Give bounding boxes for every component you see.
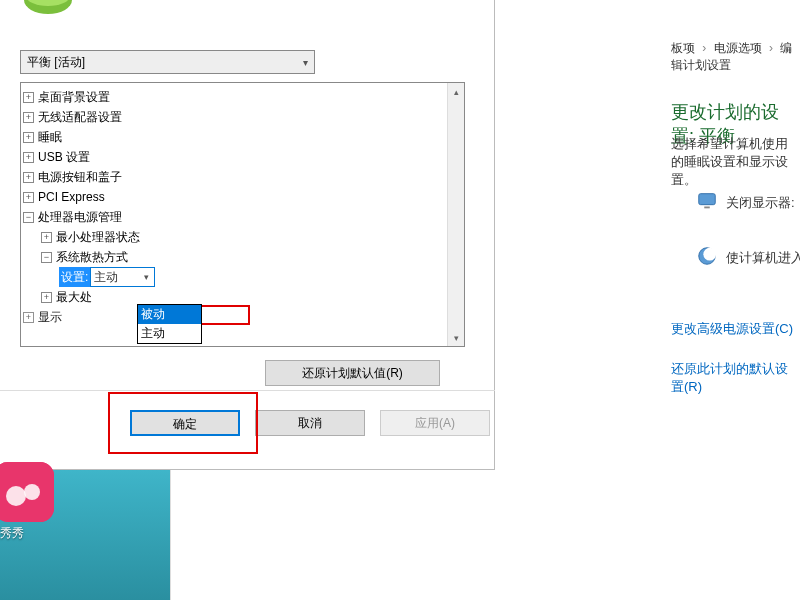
moon-icon bbox=[696, 245, 718, 271]
app-label: 秀秀 bbox=[0, 525, 24, 542]
setting-label: 设置: bbox=[59, 267, 90, 287]
collapse-icon[interactable]: − bbox=[41, 252, 52, 263]
dropdown-option-active[interactable]: 主动 bbox=[138, 324, 201, 343]
sleep-label: 使计算机进入睡眠状态: bbox=[726, 249, 800, 267]
tree-item-usb[interactable]: + USB 设置 bbox=[23, 147, 462, 167]
chevron-down-icon: ▾ bbox=[138, 267, 154, 287]
scrollbar[interactable]: ▴ ▾ bbox=[447, 83, 464, 346]
advanced-power-settings-link[interactable]: 更改高级电源设置(C) bbox=[671, 320, 793, 338]
power-plan-select[interactable]: 平衡 [活动] ▾ bbox=[20, 50, 315, 74]
restore-plan-defaults-link[interactable]: 还原此计划的默认设置(R) bbox=[671, 360, 800, 396]
svg-rect-1 bbox=[704, 207, 710, 209]
svg-point-8 bbox=[24, 484, 40, 500]
cancel-button[interactable]: 取消 bbox=[255, 410, 365, 436]
expand-icon[interactable]: + bbox=[23, 92, 34, 103]
divider bbox=[0, 390, 495, 391]
collapse-icon[interactable]: − bbox=[23, 212, 34, 223]
expand-icon[interactable]: + bbox=[23, 312, 34, 323]
display-off-setting-row: 关闭显示器: bbox=[696, 190, 800, 216]
apply-button: 应用(A) bbox=[380, 410, 490, 436]
breadcrumb-item[interactable]: 板项 bbox=[671, 41, 695, 55]
tree-item-cooling-setting[interactable]: 设置: 主动 ▾ bbox=[23, 267, 462, 287]
chevron-down-icon: ▾ bbox=[303, 57, 308, 68]
tree-item-max-processor-state[interactable]: + 最大处 bbox=[23, 287, 462, 307]
settings-tree: + 桌面背景设置 + 无线适配器设置 + 睡眠 + USB 设置 + 电源按钮和… bbox=[20, 82, 465, 347]
tree-item-wireless[interactable]: + 无线适配器设置 bbox=[23, 107, 462, 127]
svg-point-3 bbox=[703, 248, 716, 261]
cooling-policy-combo[interactable]: 主动 ▾ bbox=[90, 267, 155, 287]
breadcrumb-item[interactable]: 电源选项 bbox=[714, 41, 762, 55]
dropdown-option-passive[interactable]: 被动 bbox=[138, 305, 201, 324]
power-plan-select-value: 平衡 [活动] bbox=[27, 54, 85, 71]
scroll-down-icon[interactable]: ▾ bbox=[448, 329, 465, 346]
expand-icon[interactable]: + bbox=[23, 172, 34, 183]
page-subtitle: 选择希望计算机使用的睡眠设置和显示设置。 bbox=[671, 135, 800, 189]
tree-item-power-buttons[interactable]: + 电源按钮和盖子 bbox=[23, 167, 462, 187]
tree-item-sleep[interactable]: + 睡眠 bbox=[23, 127, 462, 147]
expand-icon[interactable]: + bbox=[23, 112, 34, 123]
battery-icon bbox=[20, 0, 75, 20]
tree-item-processor-power[interactable]: − 处理器电源管理 bbox=[23, 207, 462, 227]
expand-icon[interactable]: + bbox=[23, 152, 34, 163]
monitor-icon bbox=[696, 190, 718, 216]
tree-item-cooling-policy[interactable]: − 系统散热方式 bbox=[23, 247, 462, 267]
expand-icon[interactable]: + bbox=[23, 132, 34, 143]
breadcrumb[interactable]: 板项 › 电源选项 › 编辑计划设置 bbox=[671, 40, 800, 74]
ok-button[interactable]: 确定 bbox=[130, 410, 240, 436]
display-off-label: 关闭显示器: bbox=[726, 194, 800, 212]
scroll-up-icon[interactable]: ▴ bbox=[448, 83, 465, 100]
svg-rect-0 bbox=[699, 194, 716, 205]
meitu-app-tile[interactable] bbox=[0, 462, 54, 522]
power-options-dialog: 平衡 [活动] ▾ + 桌面背景设置 + 无线适配器设置 + 睡眠 + USB … bbox=[0, 0, 495, 470]
tree-item-desktop-background[interactable]: + 桌面背景设置 bbox=[23, 87, 462, 107]
cooling-policy-value: 主动 bbox=[91, 267, 118, 287]
tree-item-pci-express[interactable]: + PCI Express bbox=[23, 187, 462, 207]
cooling-policy-dropdown[interactable]: 被动 主动 bbox=[137, 304, 202, 344]
expand-icon[interactable]: + bbox=[41, 292, 52, 303]
expand-icon[interactable]: + bbox=[41, 232, 52, 243]
tree-item-display[interactable]: + 显示 bbox=[23, 307, 462, 327]
tree-item-min-processor-state[interactable]: + 最小处理器状态 bbox=[23, 227, 462, 247]
chevron-right-icon: › bbox=[702, 41, 706, 55]
svg-point-7 bbox=[6, 486, 26, 506]
expand-icon[interactable]: + bbox=[23, 192, 34, 203]
sleep-setting-row: 使计算机进入睡眠状态: bbox=[696, 245, 800, 271]
chevron-right-icon: › bbox=[769, 41, 773, 55]
restore-defaults-button[interactable]: 还原计划默认值(R) bbox=[265, 360, 440, 386]
